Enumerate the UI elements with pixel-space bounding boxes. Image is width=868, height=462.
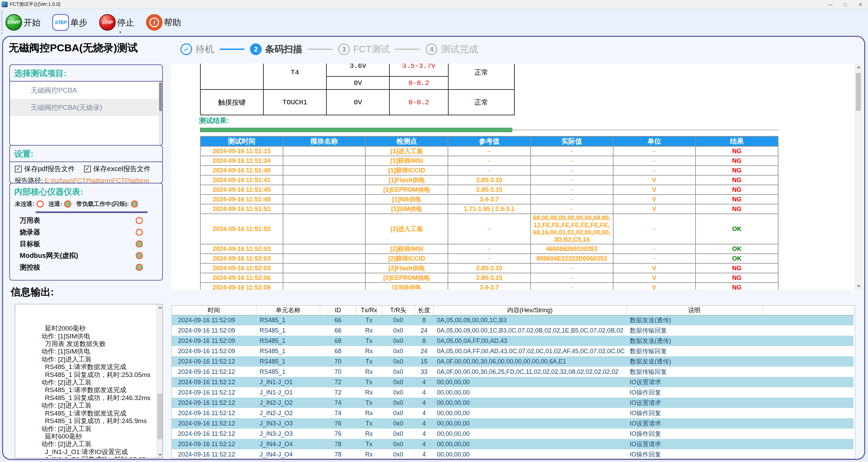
scrollbar-thumb[interactable] (856, 73, 861, 111)
log-row[interactable]: 2024-09-16 11:52:12 J_IN1-J_O1 72 Tx 0x0… (172, 377, 854, 387)
toolbar-overflow-icon[interactable]: ▾ (119, 30, 122, 35)
log-row[interactable]: 2024-09-16 11:52:12 J_IN3-J_O3 76 Rx 0x0… (172, 429, 854, 439)
log-row[interactable]: 2024-09-16 11:52:09 RS485_1 68 Rx 0x0 24… (172, 346, 854, 356)
results-row[interactable]: 2024-09-16 11:51:34 [1]获得IMSI - - - NG (200, 156, 778, 166)
test-progress-bar (200, 128, 778, 132)
toolbar-button[interactable]: i 帮助 (146, 14, 181, 31)
log-unit: J_IN1-J_O1 (256, 387, 320, 398)
step-circle: 3 (338, 43, 350, 55)
log-row[interactable]: 2024-09-16 11:52:12 J_IN3-J_O3 76 Tx 0x0… (172, 418, 854, 429)
maximize-button[interactable]: □ (838, 0, 853, 9)
result-time: 2024-09-16 11:51:34 (200, 156, 283, 166)
test-item[interactable]: 无磁阀控PCBA (10, 82, 162, 99)
meas-module-cell: 触摸按键 (200, 90, 263, 115)
results-row[interactable]: 2024-09-16 11:51:48 [1]NB供电 3.4-3.7 - V … (200, 195, 778, 204)
log-row[interactable]: 2024-09-16 11:52:09 RS485_1 66 Rx 0x0 24… (172, 325, 854, 336)
log-header-cell[interactable]: Tx/Rx (356, 306, 382, 315)
scroll-down-icon[interactable] (157, 452, 163, 458)
toolbar-button[interactable]: STOP 停止 (99, 14, 134, 31)
checkbox-checked-icon[interactable] (15, 166, 22, 172)
log-direction: Rx (356, 325, 382, 336)
close-button[interactable]: ✕ (853, 0, 868, 9)
result-module (283, 175, 366, 185)
log-row[interactable]: 2024-09-16 11:52:09 RS485_1 66 Tx 0x0 8 … (172, 315, 854, 325)
toolbar-button[interactable]: STEP 单步 (52, 14, 87, 31)
result-time: 2024-09-16 11:51:40 (200, 166, 283, 175)
log-row[interactable]: 2024-09-16 11:52:12 J_IN4-J_O4 78 Tx 0x0… (172, 439, 854, 449)
result-reference: - (448, 146, 531, 156)
results-row[interactable]: 2024-09-16 11:51:15 [1]进入工装 - - - NG (200, 146, 778, 156)
results-row[interactable]: 2024-09-16 11:52:09 [2]NB供电 3.4-3.7 - V … (200, 283, 778, 290)
results-row[interactable]: 2024-09-16 11:51:41 [1]Flash供电 2.85-3.15… (200, 175, 778, 185)
log-header-cell[interactable]: 单元名称 (256, 306, 320, 315)
result-reference: 3.4-3.7 (448, 195, 531, 204)
results-label: 测试结果: (199, 116, 229, 125)
results-header-row: 测试时间模块名称检测点参考值实际值单位结果 (200, 136, 778, 146)
results-header-cell[interactable]: 实际值 (531, 136, 613, 146)
output-line: 动作: [2]进入工装 (41, 356, 163, 363)
result-status: NG (696, 146, 778, 156)
log-header-cell[interactable]: 内容(Hex/String) (433, 306, 626, 315)
log-row[interactable]: 2024-09-16 11:52:12 RS485_1 70 Tx 0x0 15… (172, 356, 854, 367)
output-line: 动作: [1]SIM供电 (41, 348, 163, 355)
results-header-cell[interactable]: 单位 (613, 136, 696, 146)
step-circle: 4 (426, 43, 437, 55)
toolbar-button[interactable]: START 开始 (6, 14, 41, 31)
test-item[interactable]: 无磁阀控PCBA(无烧录) (10, 99, 162, 116)
scrollbar-thumb[interactable] (159, 82, 162, 111)
log-header-cell[interactable]: ID (320, 306, 356, 315)
log-header-cell[interactable]: T/R头 (382, 306, 415, 315)
log-row[interactable]: 2024-09-16 11:52:12 J_IN2-J_O2 74 Tx 0x0… (172, 398, 854, 408)
scroll-down-icon[interactable] (855, 283, 862, 289)
result-module (283, 244, 366, 254)
log-header-cell[interactable]: 时间 (172, 306, 256, 315)
results-row[interactable]: 2024-09-16 11:52:03 [2]获得IMSI - 46008626… (200, 244, 778, 254)
results-row[interactable]: 2024-09-16 11:52:03 [2]Flash供电 2.85-3.15… (200, 263, 778, 273)
log-time: 2024-09-16 11:52:12 (172, 387, 256, 398)
results-row[interactable]: 2024-09-16 11:51:53 [2]进入工装 - 68,00,00,0… (200, 214, 778, 244)
result-module (283, 273, 366, 283)
log-description: IO操作回复 (626, 449, 762, 459)
log-pad-cell (762, 408, 854, 418)
log-length: 4 (415, 377, 433, 387)
log-header-cell[interactable] (762, 306, 854, 315)
result-status: NG (696, 156, 778, 166)
toolbar-grip-handle[interactable] (1, 11, 2, 34)
log-header-cell[interactable]: 长度 (415, 306, 433, 315)
output-box[interactable]: 延时2000毫秒动作: [1]SIM供电 万用表 发送数据失败动作: [1]SI… (15, 304, 163, 458)
log-unit: J_IN1-J_O1 (256, 377, 320, 387)
results-row[interactable]: 2024-09-16 11:51:45 [1]EEPROM供电 2.85-3.1… (200, 185, 778, 195)
results-scrollbar[interactable] (855, 64, 862, 290)
report-checkbox-item[interactable]: 保存pdf报告文件 (15, 164, 75, 174)
results-header-cell[interactable]: 检测点 (365, 136, 448, 146)
results-row[interactable]: 2024-09-16 11:52:03 [2]获得ICCID - 898604E… (200, 254, 778, 263)
log-row[interactable]: 2024-09-16 11:52:12 J_IN1-J_O1 72 Rx 0x0… (172, 387, 854, 398)
log-pad-cell (762, 398, 854, 408)
results-row[interactable]: 2024-09-16 11:51:40 [1]获得ICCID - - - NG (200, 166, 778, 175)
minimize-button[interactable]: — (823, 0, 838, 9)
log-row[interactable]: 2024-09-16 11:52:12 J_IN2-J_O2 74 Rx 0x0… (172, 408, 854, 418)
report-checkbox-item[interactable]: 保存excel报告文件 (84, 164, 151, 174)
app-icon (2, 2, 8, 7)
test-list-scrollbar[interactable] (159, 82, 162, 146)
log-head: 0x0 (382, 346, 415, 356)
scroll-up-icon[interactable] (157, 304, 163, 310)
log-unit: RS485_1 (256, 315, 320, 325)
results-row[interactable]: 2024-09-16 11:52:06 [2]EEPROM供电 2.85-3.1… (200, 273, 778, 283)
wizard-step: 3 FCT测试 (302, 43, 390, 55)
instrument-name: 目标板 (20, 239, 40, 249)
log-header-cell[interactable]: 说明 (626, 306, 762, 315)
log-row[interactable]: 2024-09-16 11:52:09 RS485_1 68 Tx 0x0 8 … (172, 336, 854, 346)
results-header-cell[interactable]: 结果 (696, 136, 778, 146)
checkbox-checked-icon[interactable] (84, 166, 91, 172)
output-scrollbar[interactable] (157, 304, 163, 458)
scrollbar-thumb[interactable] (157, 393, 163, 440)
results-header-cell[interactable]: 测试时间 (200, 136, 283, 146)
log-row[interactable]: 2024-09-16 11:52:12 RS485_1 70 Rx 0x0 33… (172, 367, 854, 377)
scroll-up-icon[interactable] (855, 64, 862, 70)
instrument-status-icon (136, 264, 143, 271)
results-header-cell[interactable]: 模块名称 (283, 136, 366, 146)
log-row[interactable]: 2024-09-16 11:52:12 J_IN4-J_O4 78 Rx 0x0… (172, 449, 854, 459)
results-header-cell[interactable]: 参考值 (448, 136, 531, 146)
results-row[interactable]: 2024-09-16 11:51:51 [1]SIM供电 1.71-1.95 |… (200, 204, 778, 214)
